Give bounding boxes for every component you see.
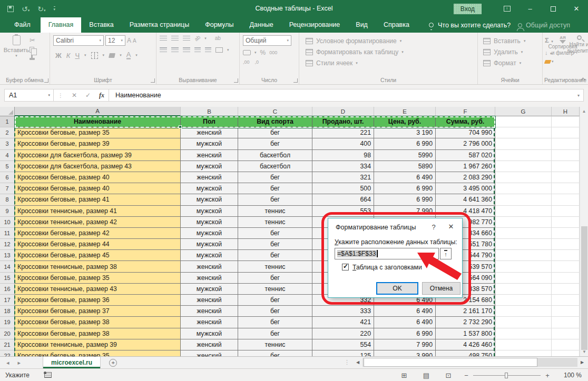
cell[interactable]: Кроссовки беговые, размер 35 [15, 273, 181, 284]
column-header-E[interactable]: E [374, 107, 436, 116]
cell[interactable]: Кроссовки беговые, размер 37 [15, 306, 181, 317]
find-select-button[interactable]: Найти и выделить [571, 35, 587, 64]
cell[interactable]: бег [238, 138, 312, 149]
cell[interactable]: 6 990 [374, 138, 436, 149]
cell[interactable]: Кроссовки теннисные, размер 41 [15, 206, 181, 217]
cell[interactable] [495, 172, 552, 183]
page-layout-view-icon[interactable]: ▤ [415, 372, 437, 379]
cell[interactable] [552, 161, 580, 172]
cell[interactable] [495, 339, 552, 350]
tab-Справка[interactable]: Справка [376, 17, 417, 33]
cell[interactable]: 553 [312, 206, 374, 217]
cell[interactable] [495, 206, 552, 217]
cell[interactable]: 587 020 [436, 150, 495, 161]
share-button[interactable]: Общий доступ [518, 17, 570, 33]
dialog-help-icon[interactable]: ? [428, 223, 439, 231]
cell[interactable] [495, 127, 552, 138]
cell[interactable]: Кроссовки беговые, размер 39 [15, 138, 181, 149]
cell[interactable]: 6 990 [374, 183, 436, 194]
tab-Данные[interactable]: Данные [242, 17, 281, 33]
cell[interactable]: Пол [181, 116, 238, 127]
cell[interactable]: 6 990 [374, 194, 436, 205]
cell[interactable] [552, 150, 580, 161]
horizontal-scroll-thumb[interactable] [364, 358, 537, 367]
name-box[interactable]: A1 ▾ [5, 89, 53, 101]
row-header-16[interactable]: 16 [0, 284, 15, 295]
cell[interactable]: мужской [181, 161, 238, 172]
column-header-B[interactable]: B [181, 107, 238, 116]
tab-Файл[interactable]: Файл [4, 17, 41, 33]
wrap-text-icon[interactable]: ab [215, 35, 221, 41]
cell[interactable]: Кроссовки теннисные, размер 43 [15, 284, 181, 295]
row-header-17[interactable]: 17 [0, 295, 15, 306]
row-header-18[interactable]: 18 [0, 306, 15, 317]
cell[interactable] [552, 116, 580, 127]
row-header-8[interactable]: 8 [0, 194, 15, 205]
cell[interactable]: 221 [312, 127, 374, 138]
cell[interactable]: баскетбол [238, 150, 312, 161]
row-header-1[interactable]: 1 [0, 116, 15, 127]
ribbon-display-options-button[interactable]: ↑ [495, 0, 518, 17]
cell[interactable]: теннис [238, 339, 312, 350]
cell[interactable]: Кроссовки теннисные, размер 38 [15, 261, 181, 272]
cell[interactable]: 1 537 800 [436, 328, 495, 339]
cell[interactable]: 2 083 290 [436, 172, 495, 183]
cell[interactable] [495, 217, 552, 228]
tab-Формулы[interactable]: Формулы [197, 17, 241, 33]
cell[interactable]: 7 990 [374, 339, 436, 350]
cell[interactable]: бег [238, 350, 312, 356]
vertical-scrollbar[interactable]: ▲ ▼ [580, 107, 588, 356]
dialog-close-icon[interactable]: ✕ [445, 223, 457, 230]
cell[interactable]: мужской [181, 250, 238, 261]
next-sheet-icon[interactable]: ▸ [18, 359, 21, 366]
cell[interactable]: 4 641 360 [436, 194, 495, 205]
headers-checkbox-label[interactable]: Таблица с заголовками [352, 264, 422, 271]
cell[interactable] [495, 250, 552, 261]
ok-button[interactable]: OK [376, 282, 418, 295]
cell[interactable]: 664 [312, 194, 374, 205]
font-color-icon[interactable]: А [126, 51, 131, 59]
cells-item-2[interactable]: Удалить▾ [483, 46, 540, 57]
cell[interactable]: 6 990 [374, 328, 436, 339]
cell[interactable]: 6 490 [374, 172, 436, 183]
zoom-level[interactable]: 100 % [554, 372, 582, 379]
cancel-formula-icon[interactable]: ✕ [67, 92, 81, 99]
cell[interactable]: 2 161 170 [436, 306, 495, 317]
cell[interactable]: бег [238, 328, 312, 339]
decrease-decimal-icon[interactable]: ,0 [255, 59, 259, 65]
accounting-format-icon[interactable] [243, 50, 251, 55]
cell[interactable]: 321 [312, 172, 374, 183]
new-sheet-icon[interactable]: + [109, 359, 117, 367]
styles-item-2[interactable]: Форматировать как таблицу▾ [306, 46, 475, 57]
fill-color-icon[interactable] [109, 53, 115, 58]
cell[interactable]: 4 418 470 [436, 206, 495, 217]
cell[interactable]: 7 990 [374, 206, 436, 217]
align-left-icon[interactable] [160, 47, 167, 53]
cell[interactable]: 704 990 [436, 127, 495, 138]
cell[interactable] [495, 116, 552, 127]
row-header-12[interactable]: 12 [0, 239, 15, 250]
cell[interactable]: Вид спорта [238, 116, 312, 127]
cell[interactable] [552, 217, 580, 228]
cell[interactable]: 6 490 [374, 317, 436, 328]
cell[interactable]: бег [238, 273, 312, 284]
cell[interactable] [495, 261, 552, 272]
cell[interactable] [552, 228, 580, 239]
cell[interactable] [552, 261, 580, 272]
select-all-button[interactable] [0, 107, 15, 116]
shrink-font-icon[interactable]: А [133, 38, 136, 44]
cell[interactable] [552, 350, 580, 356]
row-header-2[interactable]: 2 [0, 127, 15, 138]
cell[interactable]: бег [238, 127, 312, 138]
cell[interactable]: бег [238, 250, 312, 261]
cell[interactable]: бег [238, 183, 312, 194]
cell[interactable]: Кроссовки беговые, размер 36 [15, 295, 181, 306]
scroll-up-icon[interactable]: ▲ [580, 107, 588, 116]
row-header-21[interactable]: 21 [0, 339, 15, 350]
column-header-D[interactable]: D [312, 107, 374, 116]
cell[interactable]: Кроссовки беговые, размер 42 [15, 228, 181, 239]
cell[interactable] [495, 328, 552, 339]
cell[interactable]: Кроссовки беговые, размер 35 [15, 350, 181, 356]
cell[interactable]: Кроссовки для баскетбола, размер 43 [15, 161, 181, 172]
row-header-5[interactable]: 5 [0, 161, 15, 172]
